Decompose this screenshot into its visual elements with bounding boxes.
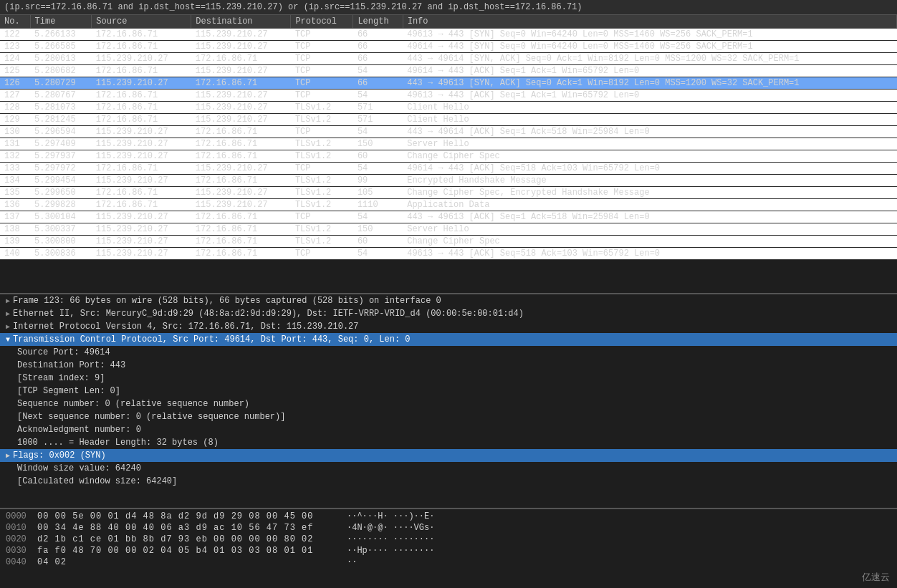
table-cell: 5.300800 [30,236,92,248]
table-cell: TLSv1.2 [291,114,353,126]
table-row[interactable]: 1305.296594115.239.210.27172.16.86.71TCP… [0,126,897,138]
packet-tbody: 1225.266133172.16.86.71115.239.210.27TCP… [0,29,897,260]
table-row[interactable]: 1245.280613115.239.210.27172.16.86.71TCP… [0,53,897,65]
table-cell: 115.239.210.27 [191,163,291,175]
hex-offset: 0010 [6,523,29,533]
table-cell: Change Cipher Spec [403,236,896,248]
table-cell: 443 → 49613 [ACK] Seq=1 Ack=518 Win=2598… [403,211,896,223]
hex-ascii: ········ ········ [347,534,434,544]
hex-row: 001000 34 4e 88 40 00 40 06 a3 d9 ac 10 … [0,522,897,534]
hex-row: 0030fa f0 48 70 00 00 02 04 05 b4 01 03 … [0,545,897,556]
tcp-field-row: [Stream index: 9] [0,372,897,385]
table-row[interactable]: 1325.297937115.239.210.27172.16.86.71TLS… [0,150,897,163]
ethernet-row[interactable]: ▶ Ethernet II, Src: MercuryC_9d:d9:29 (4… [0,307,897,320]
table-cell: 123 [0,41,30,53]
table-cell: TLSv1.2 [291,236,353,248]
ip-row[interactable]: ▶ Internet Protocol Version 4, Src: 172.… [0,320,897,333]
tcp-row[interactable]: ▼ Transmission Control Protocol, Src Por… [0,333,897,346]
table-row[interactable]: 1335.297972172.16.86.71115.239.210.27TCP… [0,163,897,175]
table-row[interactable]: 1405.300836115.239.210.27172.16.86.71TCP… [0,248,897,260]
flags-row[interactable]: ▶ Flags: 0x002 (SYN) [0,449,897,462]
tcp-field-row: [Next sequence number: 0 (relative seque… [0,410,897,423]
ethernet-arrow: ▶ [6,309,10,318]
table-cell: 139 [0,236,30,248]
col-destination: Destination [191,15,291,29]
hex-ascii: ··Hp···· ········ [347,546,434,556]
tcp-field-row: 1000 .... = Header Length: 32 bytes (8) [0,436,897,449]
col-no: No. [0,15,30,29]
table-row[interactable]: 1225.266133172.16.86.71115.239.210.27TCP… [0,29,897,41]
table-cell: 54 [353,90,403,102]
hex-bytes: 00 34 4e 88 40 00 40 06 a3 d9 ac 10 56 4… [37,523,338,533]
table-cell: 105 [353,187,403,199]
table-row[interactable]: 1385.300337115.239.210.27172.16.86.71TLS… [0,223,897,236]
table-cell: 66 [353,53,403,65]
table-cell: TCP [291,211,353,223]
table-header: No. Time Source Destination Protocol Len… [0,15,897,29]
table-row[interactable]: 1265.280729115.239.210.27172.16.86.71TCP… [0,77,897,90]
table-cell: 66 [353,29,403,41]
table-row[interactable]: 1355.299650172.16.86.71115.239.210.27TLS… [0,187,897,199]
table-row[interactable]: 1395.300800115.239.210.27172.16.86.71TLS… [0,236,897,248]
table-row[interactable]: 1345.299454115.239.210.27172.16.86.71TLS… [0,175,897,187]
table-cell: TCP [291,65,353,77]
calc-window-text: [Calculated window size: 64240] [17,476,177,486]
table-cell: 172.16.86.71 [191,126,291,138]
table-cell: 49614 → 443 [ACK] Seq=518 Ack=103 Win=65… [403,163,896,175]
table-cell: 115.239.210.27 [92,175,191,187]
hex-ascii: ·4N·@·@· ····VGs· [347,523,434,533]
table-cell: 115.239.210.27 [92,150,191,163]
table-cell: 115.239.210.27 [92,236,191,248]
filter-text: (ip.src==172.16.86.71 and ip.dst_host==1… [4,2,582,12]
table-cell: 133 [0,163,30,175]
table-cell: Server Hello [403,138,896,150]
table-cell: 115.239.210.27 [191,90,291,102]
table-cell: 5.300104 [30,211,92,223]
table-cell: TCP [291,248,353,260]
table-cell: 5.281073 [30,102,92,114]
col-protocol: Protocol [291,15,353,29]
hex-row: 004004 02·· [0,556,897,568]
table-row[interactable]: 1315.297409115.239.210.27172.16.86.71TLS… [0,138,897,150]
table-cell: 172.16.86.71 [92,65,191,77]
table-cell: 140 [0,248,30,260]
table-cell: TLSv1.2 [291,102,353,114]
window-row: Window size value: 64240 [0,462,897,475]
table-cell: 5.280729 [30,77,92,90]
table-cell: 115.239.210.27 [92,211,191,223]
watermark: 亿速云 [862,571,890,584]
table-cell: 172.16.86.71 [191,77,291,90]
col-info: Info [403,15,896,29]
table-cell: TLSv1.2 [291,223,353,236]
table-row[interactable]: 1285.281073172.16.86.71115.239.210.27TLS… [0,102,897,114]
table-cell: 172.16.86.71 [92,29,191,41]
table-cell: TLSv1.2 [291,150,353,163]
table-cell: 60 [353,236,403,248]
table-row[interactable]: 1235.266585172.16.86.71115.239.210.27TCP… [0,41,897,53]
table-cell: 5.266585 [30,41,92,53]
table-cell: 115.239.210.27 [191,199,291,211]
frame-row[interactable]: ▶ Frame 123: 66 bytes on wire (528 bits)… [0,294,897,307]
table-cell: 115.239.210.27 [92,126,191,138]
table-cell: 5.299828 [30,199,92,211]
table-cell: TLSv1.2 [291,199,353,211]
window-text: Window size value: 64240 [17,463,141,473]
table-cell: 49613 → 443 [SYN] Seq=0 Win=64240 Len=0 … [403,29,896,41]
table-row[interactable]: 1275.280767172.16.86.71115.239.210.27TCP… [0,90,897,102]
table-cell: 172.16.86.71 [92,163,191,175]
table-cell: 115.239.210.27 [92,248,191,260]
table-cell: TCP [291,29,353,41]
table-row[interactable]: 1365.299828172.16.86.71115.239.210.27TLS… [0,199,897,211]
table-cell: Server Hello [403,223,896,236]
table-cell: TLSv1.2 [291,187,353,199]
table-row[interactable]: 1375.300104115.239.210.27172.16.86.71TCP… [0,211,897,223]
flags-text: Flags: 0x002 (SYN) [13,450,106,461]
table-cell: 5.299650 [30,187,92,199]
table-cell: 128 [0,102,30,114]
frame-arrow: ▶ [6,297,10,305]
table-cell: 115.239.210.27 [92,77,191,90]
table-row[interactable]: 1255.280682172.16.86.71115.239.210.27TCP… [0,65,897,77]
table-cell: 172.16.86.71 [191,53,291,65]
table-row[interactable]: 1295.281245172.16.86.71115.239.210.27TLS… [0,114,897,126]
table-cell: 172.16.86.71 [191,138,291,150]
